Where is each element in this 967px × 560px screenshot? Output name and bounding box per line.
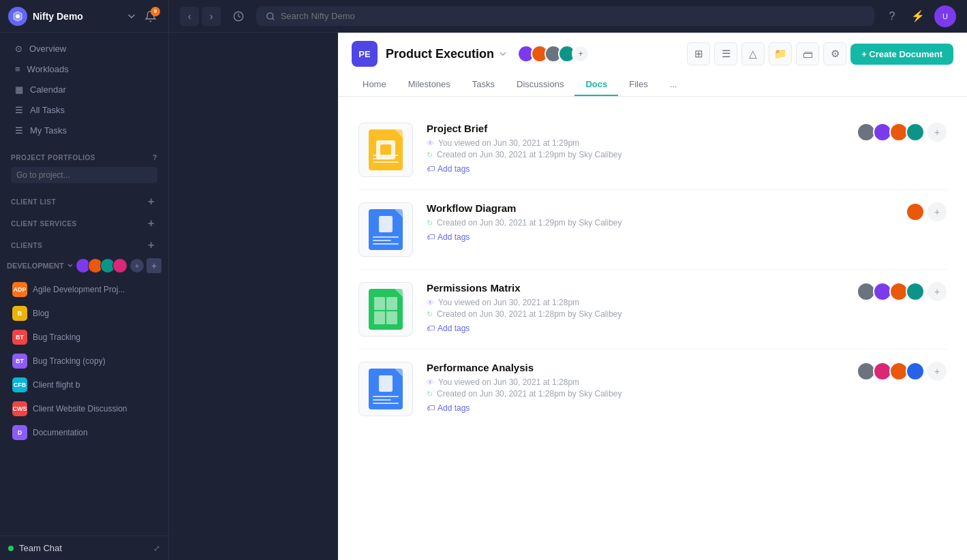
archive-button[interactable]: 🗃	[796, 42, 819, 65]
section-project-portfolios[interactable]: PROJECT PORTFOLIOS ?	[0, 146, 168, 164]
collaborator-avatar	[906, 362, 925, 381]
add-collaborator-button[interactable]: +	[927, 123, 947, 142]
doc-thumbnail[interactable]	[358, 123, 413, 177]
add-client-list-button[interactable]: +	[145, 196, 157, 208]
tab-more[interactable]: ...	[659, 74, 688, 96]
sidebar-item-label: My Tasks	[30, 125, 67, 136]
sidebar-item-my-tasks[interactable]: ☰ My Tasks	[4, 121, 164, 140]
list-view-button[interactable]: ☰	[714, 42, 737, 65]
doc-title[interactable]: Performance Analysis	[427, 362, 843, 373]
go-to-project-container	[0, 164, 168, 189]
drive-button[interactable]: △	[741, 42, 765, 65]
add-tags-link[interactable]: 🏷 Add tags	[427, 324, 843, 333]
app-chevron-icon[interactable]	[127, 12, 136, 20]
add-dev-member-button[interactable]: +	[130, 259, 144, 273]
section-client-services[interactable]: CLIENT SERVICES +	[0, 211, 168, 232]
add-tags-link[interactable]: 🏷 Add tags	[427, 164, 843, 174]
app-logo	[8, 7, 27, 26]
project-list: ADP Agile Development Proj... B Blog BT …	[0, 277, 168, 535]
project-name-chevron-icon[interactable]	[498, 49, 508, 59]
doc-title[interactable]: Workflow Diagram	[427, 202, 892, 214]
doc-thumbnail[interactable]	[358, 202, 413, 257]
tab-docs[interactable]: Docs	[574, 74, 618, 96]
doc-info: Permissions Matrix 👁 You viewed on Jun 3…	[427, 282, 843, 333]
list-item[interactable]: BT Bug Tracking (copy)	[4, 349, 164, 373]
doc-created-row: ↻ Created on Jun 30, 2021 at 1:29pm by S…	[427, 218, 892, 228]
go-to-project-input[interactable]	[11, 167, 157, 183]
svg-point-1	[16, 14, 20, 18]
sidebar-header: Nifty Demo 9	[0, 0, 168, 33]
list-item[interactable]: CFB Client flight b	[4, 373, 164, 396]
table-row: Workflow Diagram ↻ Created on Jun 30, 20…	[358, 190, 947, 270]
project-title-row: PE Product Execution + ⊞ ☰ △ 📁 🗃 ⚙	[352, 41, 953, 67]
doc-title[interactable]: Permissions Matrix	[427, 282, 843, 294]
add-member-button[interactable]: +	[572, 45, 589, 63]
doc-info: Performance Analysis 👁 You viewed on Jun…	[427, 362, 843, 413]
search-input[interactable]	[281, 11, 865, 21]
tag-icon: 🏷	[427, 232, 435, 242]
add-tags-link[interactable]: 🏷 Add tags	[427, 232, 892, 242]
list-item[interactable]: BT Bug Tracking	[4, 326, 164, 349]
refresh-icon: ↻	[427, 310, 433, 319]
sidebar-item-calendar[interactable]: ▦ Calendar	[4, 80, 164, 99]
doc-info: Workflow Diagram ↻ Created on Jun 30, 20…	[427, 202, 892, 242]
list-item[interactable]: ADP Agile Development Proj...	[4, 278, 164, 301]
doc-viewed-row: 👁 You viewed on Jun 30, 2021 at 1:28pm	[427, 377, 843, 387]
add-tags-link[interactable]: 🏷 Add tags	[427, 403, 843, 413]
section-development: DEVELOPMENT + +	[0, 254, 168, 277]
refresh-icon: ↻	[427, 390, 433, 399]
all-tasks-icon: ☰	[15, 105, 23, 115]
tab-files[interactable]: Files	[618, 74, 658, 96]
add-clients-button[interactable]: +	[145, 239, 157, 251]
lightning-button[interactable]: ⚡	[908, 7, 927, 26]
tab-tasks[interactable]: Tasks	[461, 74, 506, 96]
doc-created-row: ↻ Created on Jun 30, 2021 at 1:28pm by S…	[427, 389, 843, 399]
add-client-services-button[interactable]: +	[145, 217, 157, 230]
forward-button[interactable]: ›	[202, 7, 221, 26]
doc-collaborators: +	[857, 282, 947, 301]
list-item[interactable]: CWS Client Website Discussion	[4, 397, 164, 420]
user-avatar[interactable]: U	[934, 5, 956, 27]
tag-icon: 🏷	[427, 164, 435, 174]
add-collaborator-button[interactable]: +	[927, 362, 947, 381]
workloads-icon: ≡	[15, 64, 20, 74]
development-avatars	[78, 258, 127, 273]
doc-created-row: ↻ Created on Jun 30, 2021 at 1:28pm by S…	[427, 309, 843, 319]
sidebar-item-overview[interactable]: ⊙ Overview	[4, 39, 164, 59]
tab-discussions[interactable]: Discussions	[506, 74, 574, 96]
create-document-button[interactable]: + Create Document	[850, 44, 953, 65]
add-section-button[interactable]: +	[147, 258, 162, 273]
doc-thumbnail[interactable]	[358, 282, 413, 337]
grid-view-button[interactable]: ⊞	[687, 42, 710, 65]
add-collaborator-button[interactable]: +	[927, 202, 947, 221]
help-button[interactable]: ?	[882, 7, 902, 26]
back-button[interactable]: ‹	[180, 7, 199, 26]
tab-milestones[interactable]: Milestones	[397, 74, 461, 96]
search-bar[interactable]	[256, 6, 874, 26]
list-item[interactable]: D Documentation	[4, 421, 164, 444]
sidebar-item-workloads[interactable]: ≡ Workloads	[4, 59, 164, 79]
development-label[interactable]: DEVELOPMENT	[7, 262, 74, 270]
tab-home[interactable]: Home	[352, 74, 397, 96]
filter-button[interactable]: ⚙	[823, 42, 846, 65]
list-item[interactable]: B Blog	[4, 302, 164, 325]
tag-icon: 🏷	[427, 403, 435, 413]
sidebar-footer: Team Chat ⤢	[0, 535, 168, 560]
notification-button[interactable]: 9	[141, 7, 160, 26]
topbar-icons: ? ⚡ U	[882, 5, 956, 27]
doc-thumbnail[interactable]	[358, 362, 413, 416]
doc-info: Project Brief 👁 You viewed on Jun 30, 20…	[427, 123, 843, 174]
nav-arrows: ‹ ›	[180, 7, 221, 26]
history-button[interactable]	[229, 7, 248, 26]
doc-created-row: ↻ Created on Jun 30, 2021 at 1:29pm by S…	[427, 150, 843, 159]
expand-icon[interactable]: ⤢	[153, 544, 160, 553]
section-clients[interactable]: CLIENTS +	[0, 232, 168, 254]
folder-button[interactable]: 📁	[769, 42, 792, 65]
docs-content: Project Brief 👁 You viewed on Jun 30, 20…	[338, 97, 967, 560]
sidebar-item-all-tasks[interactable]: ☰ All Tasks	[4, 100, 164, 120]
team-chat-label[interactable]: Team Chat	[19, 543, 62, 553]
add-collaborator-button[interactable]: +	[927, 282, 947, 301]
sidebar-item-label: Workloads	[27, 64, 69, 74]
section-client-list[interactable]: CLIENT LIST +	[0, 189, 168, 211]
doc-title[interactable]: Project Brief	[427, 123, 843, 134]
